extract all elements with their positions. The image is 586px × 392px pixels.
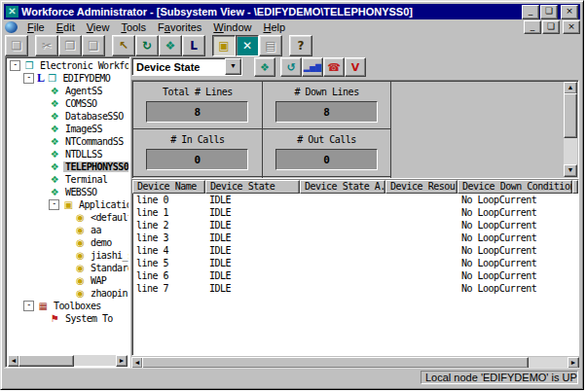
monitor-subsystem-icon: ❖	[260, 61, 270, 74]
combobox-dropdown-icon[interactable]: ▼	[225, 58, 241, 75]
tree-item-agentss[interactable]: ❖AgentSS	[8, 85, 128, 97]
table-row-line-7[interactable]: line 7IDLENo LoopCurrent	[132, 282, 578, 295]
child-close-button[interactable]: ×	[563, 20, 580, 34]
table-row-line-3[interactable]: line 3IDLENo LoopCurrent	[132, 232, 578, 244]
validate-button[interactable]: V	[345, 57, 366, 77]
refresh-button[interactable]: ↻	[135, 35, 159, 56]
cell: line 2	[132, 219, 205, 232]
tree-item-aa[interactable]: ◉aa	[8, 224, 128, 236]
scroll-down-icon[interactable]: ▼	[564, 164, 577, 177]
cell: IDLE	[205, 269, 300, 282]
tree-item-terminal[interactable]: ❖Terminal	[8, 173, 128, 186]
menu-edit[interactable]: Edit	[51, 21, 81, 33]
tree-item-demo[interactable]: ◉demo	[8, 236, 128, 249]
view-combobox-value: Device State	[132, 61, 225, 73]
subsystem-monitor-button[interactable]: ❖	[159, 35, 182, 56]
tree-item-zhaopin[interactable]: ◉zhaopin	[8, 287, 128, 300]
copy-button[interactable]: ❐	[58, 35, 82, 56]
phone-monitor-button[interactable]: ☎	[323, 57, 345, 77]
tree-item-jiashi-sc[interactable]: ◉jiashi_sc	[8, 249, 128, 262]
scroll-thumb[interactable]	[18, 355, 74, 367]
tree-item-imagess[interactable]: ❖ImageSS	[8, 123, 128, 135]
node-icon: ❒	[46, 73, 57, 84]
menu-file[interactable]: File	[21, 21, 51, 33]
menu-favorites[interactable]: Favorites	[152, 21, 207, 33]
tree-horizontal-scrollbar[interactable]: ◄ ►	[8, 355, 128, 366]
menu-help[interactable]: Help	[257, 21, 291, 33]
tree-item-ntdllss[interactable]: ❖NTDLLSS	[8, 148, 128, 160]
title-bar[interactable]: ✕ Workforce Administrator - [Subsystem V…	[4, 4, 580, 19]
cell	[385, 206, 458, 219]
expander-icon[interactable]: -	[23, 301, 34, 311]
column-header-device-state[interactable]: Device State	[205, 180, 300, 194]
tree-item-label: zhaopin	[89, 288, 128, 299]
view-combobox[interactable]: Device State ▼	[131, 57, 242, 76]
table-row-line-0[interactable]: line 0IDLENo LoopCurrent	[132, 194, 578, 206]
monitor-subsystem-button[interactable]: ❖	[254, 57, 275, 77]
cell	[572, 244, 578, 257]
select-pointer-icon: ↖	[119, 39, 128, 53]
select-pointer-button[interactable]: ↖	[112, 35, 135, 56]
menu-tools[interactable]: Tools	[115, 21, 152, 33]
column-header-device-name[interactable]: Device Name	[132, 180, 205, 194]
table-row-line-5[interactable]: line 5IDLENo LoopCurrent	[132, 257, 578, 269]
copy-icon: ❐	[65, 39, 76, 53]
child-restore-button[interactable]: ❏	[542, 20, 560, 34]
cell	[572, 232, 578, 244]
tree-item-default[interactable]: ◉<default>	[8, 211, 128, 224]
expander-icon[interactable]: -	[23, 73, 34, 84]
table-row-line-6[interactable]: line 6IDLENo LoopCurrent	[132, 269, 578, 282]
tree-item-comsso[interactable]: ❖COMSSO	[8, 97, 128, 110]
refresh-view-button[interactable]: ↺	[280, 57, 302, 77]
workforce-view-button[interactable]: ✕	[236, 35, 259, 56]
chart-view-button[interactable]: ▂▅▇	[302, 57, 323, 77]
tree-panel: -❒Electronic Workfor-L❒EDIFYDEMO❖AgentSS…	[5, 56, 130, 368]
log-viewer-button[interactable]: L	[182, 35, 205, 56]
tree-item-toolboxes[interactable]: -▦Toolboxes	[8, 300, 128, 312]
menu-view[interactable]: View	[81, 21, 116, 33]
scroll-right-icon[interactable]: ►	[116, 355, 128, 367]
table-row-line-1[interactable]: line 1IDLENo LoopCurrent	[132, 206, 578, 219]
tree-item-application[interactable]: -▣Application	[8, 198, 128, 211]
cell	[572, 194, 578, 206]
table-horizontal-scrollbar[interactable]: ◄ ►	[131, 357, 579, 368]
restore-button[interactable]: ❏	[540, 5, 558, 19]
close-button[interactable]: ×	[561, 5, 578, 19]
table-row-line-2[interactable]: line 2IDLENo LoopCurrent	[132, 219, 578, 232]
tree-item-websso[interactable]: ❖WEBSSO	[8, 186, 128, 198]
column-header-device-state-a[interactable]: Device State A...	[300, 180, 385, 194]
workforce-view-icon: ✕	[242, 39, 252, 53]
column-header-device-resou[interactable]: Device Resou...	[385, 180, 458, 194]
cell	[572, 282, 578, 295]
stats-vertical-scrollbar[interactable]: ▲ ▼	[564, 82, 577, 177]
tree-item-wap[interactable]: ◉WAP	[8, 274, 128, 287]
column-header-item[interactable]	[572, 180, 578, 194]
tree-item-electronic-workfor[interactable]: -❒Electronic Workfor	[8, 59, 128, 72]
expander-icon[interactable]: -	[49, 199, 59, 210]
tree-item-edifydemo[interactable]: -L❒EDIFYDEMO	[8, 72, 128, 85]
tree-item-label: demo	[89, 237, 114, 248]
tree-item-system-to[interactable]: ⚑System To	[8, 312, 128, 325]
tree-item-ntcommandss[interactable]: ❖NTCommandSS	[8, 135, 128, 148]
new-button[interactable]: ❏	[5, 35, 28, 56]
window-title: Workforce Administrator - [Subsystem Vie…	[21, 6, 522, 18]
scroll-thumb[interactable]	[564, 93, 577, 138]
cut-button[interactable]: ✂	[35, 35, 58, 56]
stat-value: 0	[146, 149, 248, 170]
tree-item-telephonyss0[interactable]: ❖TELEPHONYSS0	[8, 160, 128, 173]
paste-button[interactable]: ❑	[82, 35, 105, 56]
table-row-line-4[interactable]: line 4IDLENo LoopCurrent	[132, 244, 578, 257]
expander-icon[interactable]: -	[10, 60, 20, 71]
help-button[interactable]: ?	[289, 35, 312, 56]
document-icon[interactable]	[5, 21, 18, 33]
print-button[interactable]: ▤	[259, 35, 282, 56]
menu-window[interactable]: Window	[207, 21, 257, 33]
application-view-button[interactable]: ▣	[212, 35, 236, 56]
minimize-button[interactable]: _	[522, 5, 539, 19]
cell: No LoopCurrent	[458, 282, 572, 295]
subsystem-icon: ❖	[49, 86, 60, 96]
child-minimize-button[interactable]: _	[524, 20, 541, 34]
column-header-device-down-condition[interactable]: Device Down Condition	[458, 180, 572, 194]
tree-item-databasesso[interactable]: ❖DatabaseSSO	[8, 110, 128, 123]
tree-item-standard[interactable]: ◉Standard	[8, 262, 128, 274]
